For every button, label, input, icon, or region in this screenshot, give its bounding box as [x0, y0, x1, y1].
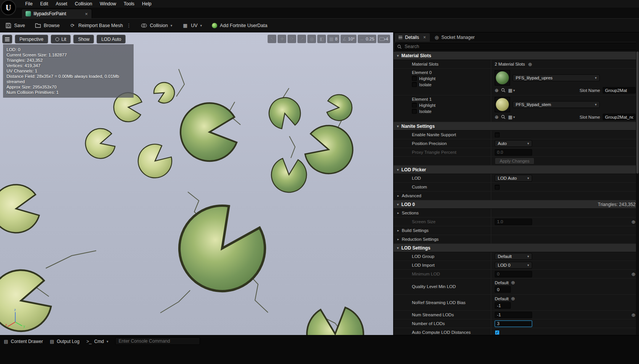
section-lod-settings[interactable]: ▾ LOD Settings	[394, 244, 639, 252]
scrollbar-thumb[interactable]	[636, 52, 639, 174]
per-platform-override-icon[interactable]: ⊕	[631, 272, 636, 277]
move-tool-icon[interactable]: ✚	[278, 35, 286, 43]
rotation-snap-button[interactable]: ∠ 10°	[340, 35, 357, 43]
show-button[interactable]: Show	[73, 35, 94, 43]
menu-help[interactable]: Help	[138, 0, 155, 7]
screen-size-input[interactable]	[495, 219, 532, 225]
close-icon[interactable]: ×	[423, 35, 426, 40]
build-settings-row[interactable]: ▸ Build Settings	[394, 226, 639, 235]
viewport-options-button[interactable]	[2, 35, 12, 43]
content-drawer-button[interactable]: ▤ Content Drawer	[4, 337, 43, 346]
console-command-input[interactable]	[115, 337, 200, 345]
add-fortnite-userdata-button[interactable]: Add Fortnite UserData	[212, 23, 267, 28]
per-platform-override-icon[interactable]: ⊕	[631, 219, 636, 224]
minimum-lod-input[interactable]	[495, 271, 532, 277]
tab-close-icon[interactable]: ×	[85, 11, 88, 17]
reimport-icon: ⟳	[69, 23, 76, 29]
custom-checkbox[interactable]	[495, 185, 500, 190]
lod-import-dropdown[interactable]: LOD 0 ▾	[495, 262, 532, 269]
number-of-lods-row: Number of LODs	[394, 319, 639, 328]
browse-button[interactable]: Browse	[35, 23, 60, 29]
stat-line: Vertices: 419,347	[6, 63, 130, 68]
section-lod0[interactable]: ▾ LOD 0 Triangles: 243,352	[394, 200, 639, 209]
output-log-button[interactable]: ▤ Output Log	[50, 337, 79, 346]
sections-row[interactable]: ▸ Sections	[394, 209, 639, 217]
perspective-button[interactable]: Perspective	[15, 35, 48, 43]
pick-asset-icon[interactable]: ▦▾	[508, 114, 515, 120]
unreal-logo-icon[interactable]: U	[1, 0, 16, 15]
lilypad-stem	[289, 136, 295, 158]
tab-socket-manager[interactable]: ◎ Socket Manager	[431, 33, 479, 42]
use-selected-asset-icon[interactable]: ⊕	[495, 114, 499, 120]
noref-streaming-lod-bias-input[interactable]	[495, 302, 511, 309]
quality-default-label: Default	[495, 280, 508, 285]
menu-file[interactable]: File	[21, 0, 36, 7]
scale-tool-icon[interactable]: ↗	[297, 35, 306, 43]
highlight-checkbox[interactable]	[412, 76, 417, 81]
lod-dropdown[interactable]: LOD Auto ▾	[495, 175, 532, 182]
reduction-settings-row[interactable]: ▸ Reduction Settings	[394, 235, 639, 244]
per-quality-override-icon[interactable]: ⊕	[511, 280, 515, 285]
material-asset-dropdown[interactable]: PFS_lilypad_stem ▾	[513, 101, 600, 108]
cmd-dropdown[interactable]: >_ Cmd ▾	[86, 337, 108, 346]
slot-name-input[interactable]	[603, 114, 636, 120]
collision-dropdown[interactable]: Collision ▾	[141, 23, 172, 29]
number-of-lods-input[interactable]	[495, 321, 532, 327]
enable-nanite-checkbox[interactable]	[495, 132, 500, 137]
isolate-checkbox[interactable]	[412, 82, 417, 87]
select-tool-icon[interactable]: ↖	[268, 35, 276, 43]
menu-edit[interactable]: Edit	[36, 0, 52, 7]
menu-asset[interactable]: Asset	[52, 0, 71, 7]
pick-asset-icon[interactable]: ▦▾	[508, 88, 515, 93]
proxy-triangle-percent-input[interactable]	[495, 149, 532, 156]
menu-tools[interactable]: Tools	[120, 0, 138, 7]
save-button[interactable]: Save	[5, 23, 25, 29]
material-thumbnail[interactable]	[495, 97, 510, 112]
proxy-triangle-percent-row: Proxy Triangle Percent	[394, 148, 639, 157]
isolate-checkbox[interactable]	[412, 109, 417, 114]
scale-snap-button[interactable]: ↔ 0.25	[358, 35, 376, 43]
camera-speed-button[interactable]: 4	[378, 35, 390, 43]
menu-window[interactable]: Window	[96, 0, 120, 7]
browse-to-asset-icon[interactable]	[501, 115, 505, 119]
use-selected-asset-icon[interactable]: ⊕	[495, 88, 499, 93]
reimport-options-icon[interactable]: ⋮	[126, 23, 131, 28]
add-material-slot-button[interactable]: ⊕	[528, 62, 532, 67]
lilypad	[154, 82, 174, 103]
material-asset-dropdown[interactable]: PFS_lilypad_upres ▾	[513, 74, 600, 81]
advanced-row[interactable]: ▸ Advanced	[394, 192, 639, 200]
quality-level-min-lod-input[interactable]	[495, 286, 511, 293]
lod-group-dropdown[interactable]: Default ▾	[495, 253, 532, 260]
slot-name-input[interactable]	[603, 87, 636, 93]
tab-details[interactable]: Details ×	[395, 33, 430, 42]
num-streamed-lods-input[interactable]	[495, 312, 532, 318]
browse-to-asset-icon[interactable]	[501, 88, 505, 92]
details-scrollbar[interactable]	[636, 42, 639, 335]
viewport-canvas[interactable]: Perspective Lit Show LOD Auto ↖ ✚ ⟳ ↗	[0, 32, 393, 335]
lit-mode-button[interactable]: Lit	[51, 35, 71, 43]
num-streamed-lods-row: Num Streamed LODs ⊕	[394, 311, 639, 319]
reimport-base-mesh-button[interactable]: ⟳ Reimport Base Mesh ⋮	[69, 23, 131, 29]
main-toolbar: Save Browse ⟳ Reimport Base Mesh ⋮ Colli…	[0, 18, 639, 32]
apply-changes-button[interactable]: Apply Changes	[495, 158, 534, 164]
uv-dropdown[interactable]: ▦ UV ▾	[182, 23, 202, 29]
per-platform-override-icon[interactable]: ⊕	[631, 312, 636, 317]
stat-line: Distance Field: 28x35x7 = 0.00Mb always …	[6, 74, 130, 84]
section-material-slots[interactable]: ▾ Material Slots	[394, 52, 639, 60]
surface-snap-icon[interactable]: ◧	[317, 35, 326, 43]
position-precision-dropdown[interactable]: Auto ▾	[495, 140, 532, 147]
auto-compute-lod-checkbox[interactable]: ✓	[495, 330, 500, 335]
rotate-tool-icon[interactable]: ⟳	[287, 35, 296, 43]
check-icon: ✓	[495, 330, 499, 335]
section-nanite-settings[interactable]: ▾ Nanite Settings	[394, 122, 639, 130]
material-thumbnail[interactable]	[495, 70, 510, 85]
grid-snap-button[interactable]: ▦ 8	[327, 35, 339, 43]
asset-tab[interactable]: lilypadsForPaint ×	[21, 9, 92, 18]
menu-collision[interactable]: Collision	[71, 0, 96, 7]
per-quality-override-icon[interactable]: ⊕	[511, 296, 515, 301]
world-transform-icon[interactable]: ◎	[307, 35, 316, 43]
search-input[interactable]	[395, 43, 637, 50]
section-lod-picker[interactable]: ▾ LOD Picker	[394, 166, 639, 174]
highlight-checkbox[interactable]	[412, 103, 417, 108]
lod-auto-button[interactable]: LOD Auto	[97, 35, 126, 43]
